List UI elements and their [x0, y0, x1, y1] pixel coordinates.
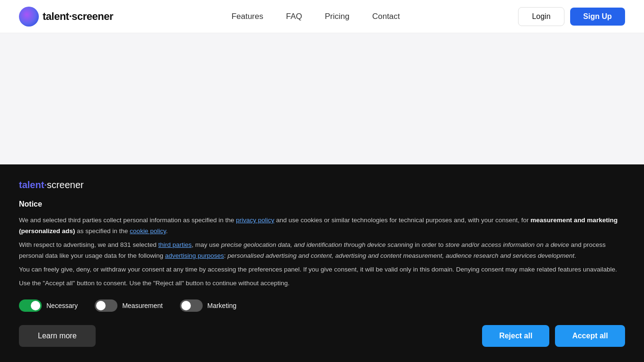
notice-title: Notice [19, 200, 625, 208]
learn-more-button[interactable]: Learn more [19, 325, 96, 347]
cookie-policy-link[interactable]: cookie policy [130, 227, 166, 235]
notice-paragraph-3: You can freely give, deny, or withdraw y… [19, 264, 625, 275]
reject-all-button[interactable]: Reject all [482, 325, 549, 347]
toggle-measurement: Measurement [95, 299, 163, 312]
toggles-row: Necessary Measurement Marketing [19, 299, 625, 312]
notice-paragraph-2: With respect to advertising, we and 831 … [19, 240, 625, 262]
nav-features[interactable]: Features [232, 12, 263, 21]
nav-pricing[interactable]: Pricing [325, 12, 349, 21]
third-parties-link[interactable]: third parties [158, 241, 192, 248]
notice-paragraph-1: We and selected third parties collect pe… [19, 215, 625, 237]
marketing-toggle[interactable] [180, 299, 203, 312]
advertising-purposes-link[interactable]: advertising purposes [165, 252, 224, 259]
logo-icon [19, 7, 39, 27]
nav-links: Features FAQ Pricing Contact [232, 12, 400, 21]
necessary-label: Necessary [46, 302, 78, 309]
accept-all-button[interactable]: Accept all [555, 325, 625, 347]
login-button[interactable]: Login [518, 7, 564, 26]
marketing-label: Marketing [207, 302, 236, 309]
logo-text: talent·screener [43, 10, 113, 23]
nav-contact[interactable]: Contact [372, 12, 400, 21]
cookie-right-buttons: Reject all Accept all [482, 325, 625, 347]
cookie-actions: Learn more Reject all Accept all [19, 325, 625, 347]
signup-button[interactable]: Sign Up [570, 8, 625, 26]
notice-paragraph-4: Use the "Accept all" button to consent. … [19, 278, 625, 289]
nav-faq[interactable]: FAQ [286, 12, 302, 21]
toggle-necessary: Necessary [19, 299, 78, 312]
cookie-logo: talent·screener [19, 180, 625, 190]
privacy-policy-link[interactable]: privacy policy [236, 217, 274, 224]
nav-actions: Login Sign Up [518, 7, 625, 26]
toggle-marketing: Marketing [180, 299, 236, 312]
measurement-toggle[interactable] [95, 299, 117, 312]
cookie-consent-overlay: talent·screener Notice We and selected t… [0, 164, 644, 362]
measurement-label: Measurement [122, 302, 163, 309]
navbar: talent·screener Features FAQ Pricing Con… [0, 0, 644, 33]
logo-link[interactable]: talent·screener [19, 7, 113, 27]
necessary-toggle[interactable] [19, 299, 42, 312]
